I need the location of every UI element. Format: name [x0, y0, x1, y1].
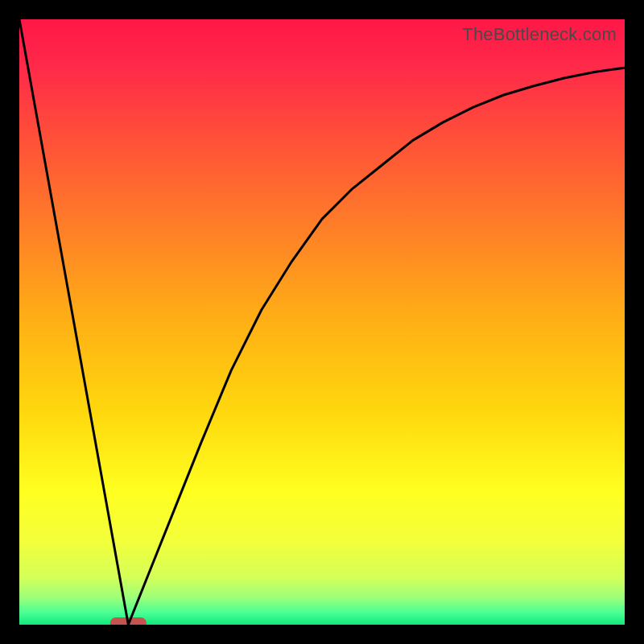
chart-canvas: TheBottleneck.com	[0, 0, 644, 644]
plot-area: TheBottleneck.com	[19, 19, 625, 625]
svg-rect-0	[19, 19, 625, 625]
chart-svg	[19, 19, 625, 625]
watermark-text: TheBottleneck.com	[462, 24, 617, 45]
